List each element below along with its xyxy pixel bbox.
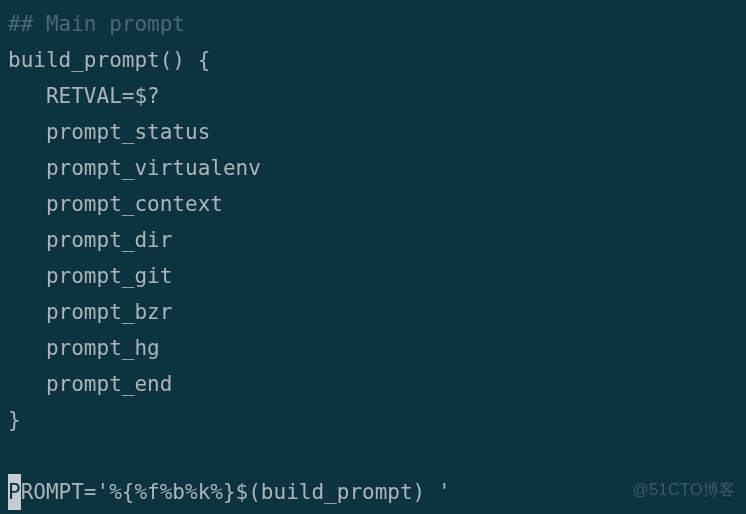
- code-line: prompt_virtualenv: [8, 156, 261, 180]
- code-line: prompt_dir: [8, 228, 172, 252]
- code-line: }: [8, 408, 21, 432]
- code-line: prompt_status: [8, 120, 210, 144]
- code-line: prompt_hg: [8, 336, 160, 360]
- watermark-label: @51CTO博客: [632, 472, 736, 508]
- code-line-rest: ROMPT='%{%f%b%k%}$(build_prompt) ': [21, 480, 451, 504]
- code-line: RETVAL=$?: [8, 84, 160, 108]
- code-line: prompt_end: [8, 372, 172, 396]
- code-line-comment: ## Main prompt: [8, 12, 185, 36]
- code-line: prompt_context: [8, 192, 223, 216]
- code-block: ## Main prompt build_prompt() { RETVAL=$…: [0, 0, 746, 510]
- code-line: prompt_bzr: [8, 300, 172, 324]
- code-line: build_prompt() {: [8, 48, 210, 72]
- code-line: PROMPT='%{%f%b%k%}$(build_prompt) ': [8, 480, 451, 504]
- code-line: prompt_git: [8, 264, 172, 288]
- cursor-block-icon: P: [8, 474, 21, 510]
